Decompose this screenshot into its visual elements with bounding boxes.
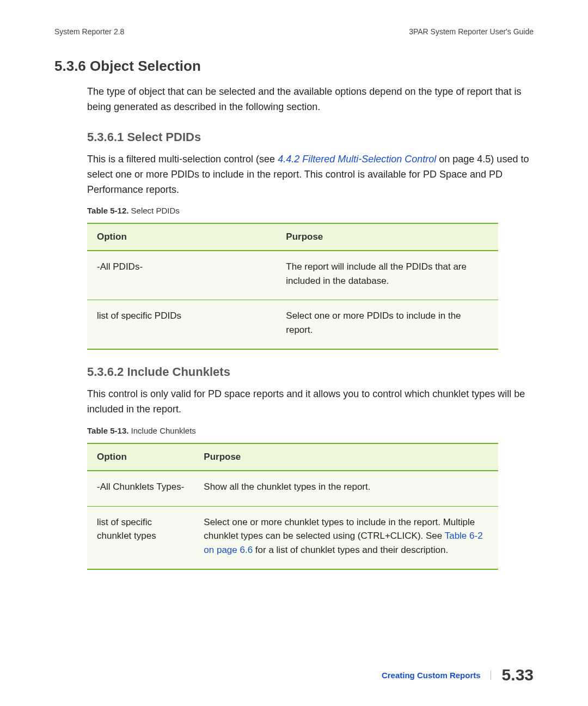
table-caption-1-bold: Table 5-12. (87, 206, 128, 215)
table-include-chunklets: Option Purpose -All Chunklets Types- Sho… (87, 443, 498, 570)
section-heading: 5.3.6 Object Selection (54, 58, 534, 75)
table-select-pdids: Option Purpose -All PDIDs- The report wi… (87, 223, 498, 350)
col-option: Option (87, 223, 276, 251)
col-purpose: Purpose (276, 223, 498, 251)
footer-page-number: 5.33 (502, 666, 534, 684)
document-page: System Reporter 2.8 3PAR System Reporter… (0, 0, 588, 706)
cell-purpose: The report will include all the PDIDs th… (276, 251, 498, 300)
sub2-intro: This control is only valid for PD space … (54, 387, 534, 417)
table-row: -All Chunklets Types- Show all the chunk… (87, 471, 498, 506)
col-purpose: Purpose (194, 443, 498, 471)
sub1-text: This is a filtered multi-selection contr… (54, 152, 534, 198)
table-header-row: Option Purpose (87, 443, 498, 471)
subsection-heading-2: 5.3.6.2 Include Chunklets (54, 365, 534, 379)
table-caption-1-rest: Select PDIDs (128, 206, 179, 215)
cell-option: list of specific chunklet types (87, 506, 194, 569)
table-caption-2-bold: Table 5-13. (87, 426, 128, 435)
table-caption-1: Table 5-12. Select PDIDs (54, 206, 534, 215)
cross-reference-link[interactable]: 4.4.2 Filtered Multi-Selection Control (278, 154, 436, 165)
table-row: -All PDIDs- The report will include all … (87, 251, 498, 300)
cell-purpose: Show all the chunklet types in the repor… (194, 471, 498, 506)
cell-option: -All PDIDs- (87, 251, 276, 300)
section-intro: The type of object that can be selected … (54, 84, 534, 115)
header-right: 3PAR System Reporter User's Guide (409, 27, 534, 36)
table-caption-2-rest: Include Chunklets (128, 426, 195, 435)
cell-purpose-after: for a list of chunklet types and their d… (253, 545, 448, 555)
sub1-text-before: This is a filtered multi-selection contr… (87, 154, 278, 165)
table-row: list of specific PDIDs Select one or mor… (87, 300, 498, 350)
subsection-heading-1: 5.3.6.1 Select PDIDs (54, 130, 534, 144)
cell-option: list of specific PDIDs (87, 300, 276, 350)
cell-purpose: Select one or more PDIDs to include in t… (276, 300, 498, 350)
table-row: list of specific chunklet types Select o… (87, 506, 498, 569)
cell-purpose-before: Select one or more chunklet types to inc… (204, 517, 475, 541)
page-footer: Creating Custom Reports 5.33 (382, 666, 534, 684)
running-header: System Reporter 2.8 3PAR System Reporter… (54, 27, 534, 36)
col-option: Option (87, 443, 194, 471)
table-caption-2: Table 5-13. Include Chunklets (54, 426, 534, 435)
footer-chapter: Creating Custom Reports (382, 671, 491, 680)
cell-purpose: Select one or more chunklet types to inc… (194, 506, 498, 569)
table-header-row: Option Purpose (87, 223, 498, 251)
cell-option: -All Chunklets Types- (87, 471, 194, 506)
header-left: System Reporter 2.8 (54, 27, 124, 36)
